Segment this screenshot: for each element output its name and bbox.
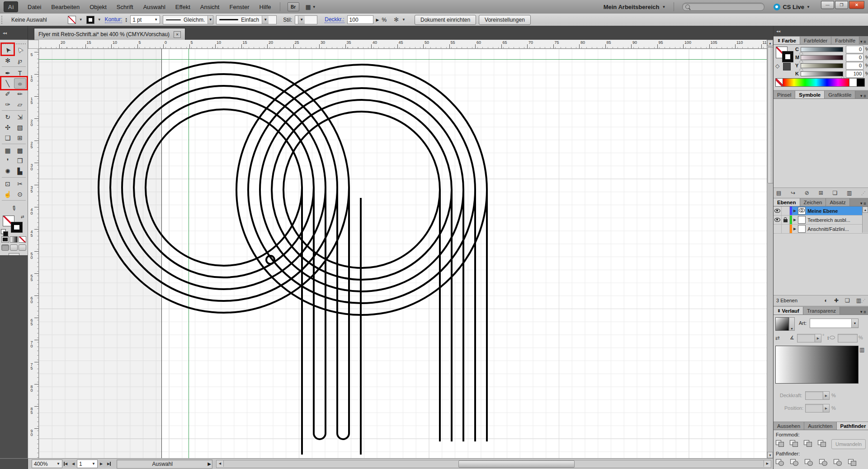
- layer-row-meine-ebene[interactable]: ▶ Meine Ebene ○: [774, 206, 868, 216]
- tab-pathfinder[interactable]: Pathfinder: [837, 422, 868, 430]
- resize-grip-icon[interactable]: ⋰: [861, 298, 866, 303]
- retro-lettering-artwork[interactable]: [39, 49, 767, 458]
- expand-icon[interactable]: ▶: [793, 209, 796, 213]
- slice-tool[interactable]: ✂: [14, 178, 26, 189]
- opacity-field[interactable]: 100: [347, 15, 373, 24]
- spectrum-gradient[interactable]: [783, 79, 849, 86]
- merge-icon[interactable]: [805, 459, 813, 466]
- divide-icon[interactable]: [776, 459, 784, 466]
- delete-symbol-icon[interactable]: ▥: [847, 190, 852, 196]
- menu-fenster[interactable]: Fenster: [224, 4, 254, 10]
- gradient-thumbnail[interactable]: [775, 317, 789, 331]
- zoom-tool[interactable]: ⊙: [14, 189, 26, 199]
- color-spectrum-bar[interactable]: [775, 78, 865, 87]
- tab-farbhilfe[interactable]: Farbhilfe: [831, 37, 859, 44]
- layers-empty-area[interactable]: [774, 234, 868, 295]
- brush-definition-dropdown[interactable]: Einfach ▼: [216, 15, 277, 24]
- blend-tool[interactable]: ❒: [14, 155, 26, 166]
- canvas[interactable]: [39, 49, 767, 458]
- cyan-value-field[interactable]: 0: [846, 46, 863, 53]
- vertical-scrollbar[interactable]: ▲ ▼: [767, 40, 773, 458]
- lasso-tool[interactable]: ℘: [14, 55, 26, 66]
- tab-pinsel[interactable]: Pinsel: [774, 91, 795, 98]
- menu-hilfe[interactable]: Hilfe: [255, 4, 276, 10]
- magenta-slider[interactable]: [801, 55, 843, 60]
- fill-swatch-none[interactable]: [68, 16, 76, 24]
- default-fill-stroke-icon[interactable]: [1, 229, 6, 234]
- draw-behind-button[interactable]: [10, 244, 18, 251]
- gamut-color-swatch[interactable]: [783, 63, 791, 70]
- expand-icon[interactable]: ▶: [793, 227, 796, 231]
- gradient-type-dropdown[interactable]: ▼: [810, 319, 859, 328]
- yellow-slider[interactable]: [801, 63, 843, 68]
- rotate-tool[interactable]: ↻: [2, 112, 14, 122]
- symbol-libraries-icon[interactable]: ▤: [776, 190, 781, 196]
- artboard-number-field[interactable]: 1 ▼: [77, 460, 98, 468]
- reverse-gradient-icon[interactable]: ⇄: [775, 335, 780, 341]
- scroll-down-icon[interactable]: ▼: [767, 452, 773, 458]
- layer-row-textbereich[interactable]: ▶ Textbereich ausbl... ○: [774, 216, 868, 225]
- document-setup-button[interactable]: Dokument einrichten: [415, 15, 476, 25]
- scroll-right-icon[interactable]: ▶: [764, 460, 771, 467]
- status-display[interactable]: Auswahl ▶: [117, 460, 212, 469]
- tab-grafikstile[interactable]: Grafikstile: [825, 91, 855, 98]
- scroll-up-icon[interactable]: ▲: [767, 40, 773, 46]
- select-similar-icon[interactable]: ✻: [394, 16, 399, 23]
- delete-stop-icon[interactable]: ▥: [859, 347, 864, 353]
- lock-toggle[interactable]: [782, 216, 790, 224]
- menu-auswahl[interactable]: Auswahl: [138, 4, 170, 10]
- stop-position-stepper[interactable]: ▶: [823, 404, 830, 413]
- clipping-mask-icon[interactable]: ◐: [825, 297, 828, 304]
- menu-schrift[interactable]: Schrift: [112, 4, 138, 10]
- perspective-grid-tool[interactable]: ⊞: [14, 132, 26, 143]
- expand-icon[interactable]: ▶: [793, 218, 796, 222]
- tab-verlauf[interactable]: ⇕ Verlauf: [774, 307, 803, 314]
- workspace-switcher[interactable]: Mein Arbeitsbereich ▼: [599, 4, 670, 10]
- break-link-icon[interactable]: ⊘: [805, 190, 809, 196]
- search-box[interactable]: [682, 3, 764, 11]
- blob-brush-tool[interactable]: ✑: [2, 99, 14, 109]
- aspect-ratio-field[interactable]: [838, 334, 858, 342]
- tab-ebenen[interactable]: Ebenen: [774, 198, 800, 206]
- draw-normal-button[interactable]: [1, 244, 9, 251]
- symbol-sprayer-tool[interactable]: ✺: [2, 166, 14, 176]
- lock-toggle[interactable]: [782, 206, 790, 215]
- cs-live-button[interactable]: CS Live ▼: [769, 4, 815, 10]
- draw-inside-button[interactable]: [19, 244, 26, 251]
- graphic-style-dropdown[interactable]: ▼: [295, 15, 317, 24]
- stroke-black-swatch[interactable]: [782, 51, 793, 62]
- document-tab[interactable]: Flyer mit Retro-Schrift.ai* bei 400 % (C…: [34, 28, 185, 40]
- layers-scrollbar[interactable]: ▲: [862, 206, 868, 233]
- stop-opacity-field[interactable]: [805, 391, 823, 400]
- scroll-left-icon[interactable]: ◀: [217, 460, 224, 467]
- menu-bearbeiten[interactable]: Bearbeiten: [46, 4, 85, 10]
- tab-transparenz[interactable]: Transparenz: [803, 307, 840, 314]
- search-input[interactable]: [690, 4, 750, 10]
- outline-icon[interactable]: [834, 459, 842, 466]
- swap-fill-stroke-icon[interactable]: ⇄: [21, 215, 24, 219]
- cyan-slider[interactable]: [801, 47, 843, 52]
- direct-selection-tool[interactable]: ➤: [14, 45, 26, 55]
- minus-back-icon[interactable]: [848, 459, 857, 466]
- exclude-icon[interactable]: [818, 440, 826, 447]
- layer-name[interactable]: Meine Ebene: [807, 208, 862, 214]
- stroke-color-swatch[interactable]: [11, 222, 23, 233]
- visibility-toggle[interactable]: [774, 225, 782, 233]
- scroll-up-icon[interactable]: ▲: [863, 206, 868, 213]
- angle-field[interactable]: [797, 334, 815, 342]
- column-graph-tool[interactable]: ▙: [14, 166, 26, 176]
- stroke-weight-stepper[interactable]: ▲▼: [125, 17, 127, 23]
- preferences-button[interactable]: Voreinstellungen: [479, 15, 531, 25]
- gradient-button[interactable]: [10, 236, 18, 243]
- stroke-panel-link[interactable]: Kontur:: [105, 16, 123, 23]
- panel-menu-icon[interactable]: ▼≡: [859, 310, 868, 314]
- lone-pencil-icon[interactable]: ✎: [8, 203, 20, 213]
- intersect-icon[interactable]: [804, 440, 812, 447]
- artboard-tool[interactable]: ⊡: [2, 178, 14, 189]
- magic-wand-tool[interactable]: ✻: [2, 55, 14, 66]
- chevron-down-icon[interactable]: ▼: [79, 18, 83, 22]
- restore-button[interactable]: ❐: [835, 1, 848, 9]
- trim-icon[interactable]: [790, 459, 799, 466]
- black-slider[interactable]: [801, 71, 843, 76]
- panel-menu-icon[interactable]: ▼≡: [859, 201, 868, 206]
